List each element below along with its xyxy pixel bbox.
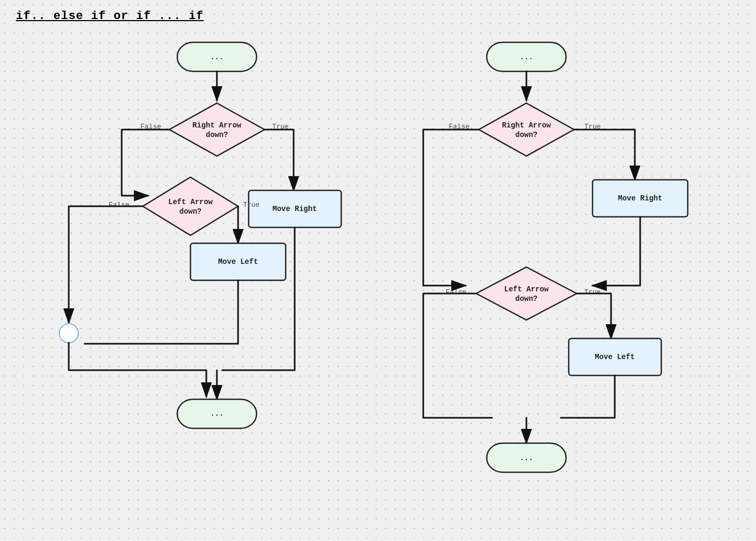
right-decision2-label2: down? — [515, 295, 538, 303]
left-decision1-label1: Right Arrow — [193, 121, 242, 130]
right-arrow-d2-false-merge — [423, 294, 492, 418]
right-decision1-label1: Right Arrow — [502, 121, 551, 130]
right-arrow-d1-false — [423, 130, 479, 286]
left-arrow-merge-end — [69, 343, 206, 397]
left-decision1-label2: down? — [206, 131, 228, 139]
right-decision1-label2: down? — [515, 131, 538, 139]
left-decision1 — [169, 103, 265, 156]
left-process-left-label: Move Left — [218, 258, 258, 266]
left-connector — [59, 324, 78, 343]
left-decision2 — [143, 177, 238, 235]
left-arrow-d2-false — [69, 206, 143, 323]
left-arrow-d1-true — [265, 130, 294, 190]
right-d2-false-label: False — [445, 288, 466, 296]
right-arrow-d2-true — [577, 294, 611, 338]
right-d2-true-label: True — [584, 288, 600, 296]
left-d2-true-label: True — [243, 201, 259, 209]
right-decision2-label1: Left Arrow — [504, 285, 549, 294]
right-end-label: ... — [520, 454, 533, 462]
left-arrow-moveleft-merge — [85, 280, 238, 344]
diagrams: ... Right Arrow down? True False Move Ri… — [0, 0, 756, 541]
left-decision2-label1: Left Arrow — [168, 198, 213, 206]
page: if.. else if or if ... if ... Right Arro… — [0, 0, 756, 541]
left-start-label: ... — [210, 53, 223, 61]
right-process-right-label: Move Right — [618, 194, 662, 203]
right-start-label: ... — [520, 53, 533, 61]
left-decision2-label2: down? — [179, 207, 202, 216]
right-arrow-moveleft-merge — [561, 375, 615, 418]
left-d2-false-label: False — [108, 201, 129, 209]
right-arrow-moveright-d2 — [593, 217, 640, 286]
left-process-right-label: Move Right — [272, 205, 317, 213]
left-arrow-d1-false — [122, 130, 169, 196]
right-arrow-d1-true — [574, 130, 635, 180]
right-decision1 — [479, 103, 574, 156]
left-end-label: ... — [210, 409, 223, 418]
right-decision2 — [476, 267, 577, 320]
right-process-left-label: Move Left — [595, 353, 635, 361]
